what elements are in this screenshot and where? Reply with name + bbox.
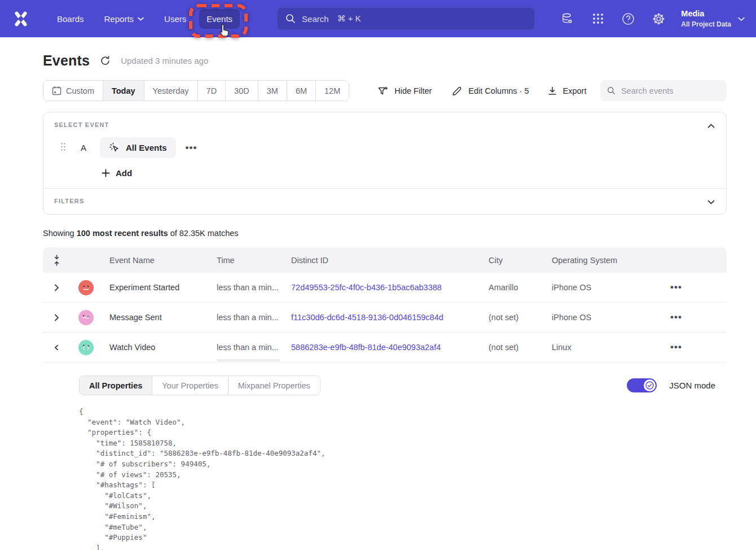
json-mode-label: JSON mode <box>669 381 715 390</box>
download-icon <box>547 86 557 96</box>
nav-item-events[interactable]: Events <box>199 9 240 29</box>
top-navbar: Boards Reports Users Events Search ⌘ + K <box>0 0 756 37</box>
column-scrollbar-thumb[interactable] <box>217 359 280 361</box>
refresh-icon[interactable] <box>100 55 111 66</box>
date-range-label: 12M <box>324 86 340 95</box>
hide-filter-button[interactable]: Hide Filter <box>377 85 432 96</box>
event-avatar <box>70 280 102 295</box>
column-header-os[interactable]: Operating System <box>544 256 662 265</box>
search-events-input[interactable] <box>621 86 720 95</box>
json-mode-toggle[interactable] <box>627 378 657 392</box>
chevron-down-icon[interactable] <box>738 14 745 24</box>
column-header-distinct-id[interactable]: Distinct ID <box>283 256 481 265</box>
nav-item-label: Boards <box>57 14 84 24</box>
export-button[interactable]: Export <box>547 86 587 96</box>
collapse-rows-icon[interactable] <box>43 255 70 266</box>
properties-tabs: All Properties Your Properties Mixpanel … <box>79 376 320 395</box>
drag-handle-icon[interactable] <box>60 142 67 154</box>
tab-all-properties[interactable]: All Properties <box>80 376 152 395</box>
row-more-button[interactable]: ••• <box>670 312 682 322</box>
pencil-icon <box>452 85 463 96</box>
date-range-3m[interactable]: 3M <box>258 81 287 101</box>
project-name: Media <box>681 8 731 20</box>
help-icon[interactable] <box>622 12 635 25</box>
expand-row-icon[interactable] <box>43 314 70 321</box>
date-range-6m[interactable]: 6M <box>287 81 316 101</box>
updated-timestamp: Updated 3 minutes ago <box>121 56 208 66</box>
plus-icon <box>102 169 110 177</box>
city-cell: (not set) <box>481 343 544 352</box>
mixpanel-logo-icon[interactable] <box>11 9 30 28</box>
column-header-event-name[interactable]: Event Name <box>102 256 209 265</box>
tab-mixpanel-properties[interactable]: Mixpanel Properties <box>228 376 320 395</box>
toolbar: Custom Today Yesterday 7D 30D 3M 6M 12M … <box>43 80 727 101</box>
date-range-today[interactable]: Today <box>103 81 144 101</box>
global-search-input[interactable]: Search ⌘ + K <box>277 7 535 30</box>
date-range-label: 7D <box>206 86 217 95</box>
select-event-section: SELECT EVENT A <box>43 112 726 188</box>
summary-suffix: of 82.35K matches <box>168 229 239 238</box>
date-range-12m[interactable]: 12M <box>316 81 349 101</box>
add-event-button[interactable]: Add <box>102 168 715 178</box>
collapse-row-icon[interactable] <box>43 345 70 350</box>
distinct-id-link[interactable]: f11c30d6-dc6d-4518-9136-0d046159c84d <box>291 313 443 322</box>
nav-item-reports[interactable]: Reports <box>97 9 152 29</box>
funnel-icon <box>377 85 389 96</box>
settings-icon[interactable] <box>652 12 665 25</box>
cursor-sparkle-icon <box>109 142 121 154</box>
expand-row-icon[interactable] <box>43 284 70 291</box>
distinct-id-link[interactable]: 72d49553-25fc-4f0c-b436-1b5ac6ab3388 <box>291 283 442 292</box>
time-cell: less than a min... <box>209 313 283 322</box>
page-header: Events Updated 3 minutes ago <box>43 53 727 69</box>
date-range-label: Yesterday <box>153 86 189 95</box>
date-range-label: 6M <box>296 86 307 95</box>
os-cell: iPhone OS <box>544 313 662 322</box>
column-header-city[interactable]: City <box>481 256 544 265</box>
search-shortcut-hint: ⌘ + K <box>337 14 361 24</box>
city-cell: (not set) <box>481 313 544 322</box>
event-json-viewer[interactable]: { "event": "Watch Video", "properties": … <box>79 407 715 550</box>
row-more-button[interactable]: ••• <box>670 282 682 293</box>
search-placeholder: Search <box>302 14 329 24</box>
table-row: Watch Video less than a min... 5886283e-… <box>43 333 727 363</box>
date-range-custom[interactable]: Custom <box>43 81 103 101</box>
project-selector[interactable]: Media All Project Data <box>681 8 731 29</box>
project-subtitle: All Project Data <box>681 20 731 29</box>
city-cell: Amarillo <box>481 283 544 292</box>
search-icon <box>285 14 296 24</box>
hide-filter-label: Hide Filter <box>394 86 432 95</box>
event-clause-row: A All Events ••• <box>54 137 715 158</box>
event-name-cell: Watch Video <box>102 343 209 352</box>
chevron-down-icon[interactable] <box>707 197 715 207</box>
clause-letter: A <box>81 143 89 152</box>
data-sources-icon[interactable] <box>561 12 574 25</box>
tab-your-properties[interactable]: Your Properties <box>152 376 228 395</box>
date-range-label: 30D <box>234 86 249 95</box>
check-icon <box>645 381 654 390</box>
nav-item-users[interactable]: Users <box>157 9 194 29</box>
table-header-row: Event Name Time Distinct ID City Operati… <box>43 247 727 273</box>
date-range-yesterday[interactable]: Yesterday <box>144 81 198 101</box>
distinct-id-link[interactable]: 5886283e-e9fb-48fb-81de-40e9093a2af4 <box>291 343 441 352</box>
date-range-7d[interactable]: 7D <box>198 81 226 101</box>
apps-grid-icon[interactable] <box>591 12 604 25</box>
column-header-time[interactable]: Time <box>209 256 283 265</box>
event-avatar <box>70 340 102 355</box>
time-cell: less than a min... <box>209 343 283 352</box>
date-range-control: Custom Today Yesterday 7D 30D 3M 6M 12M <box>43 80 349 101</box>
main-content: Events Updated 3 minutes ago Custom Toda… <box>0 53 756 550</box>
chevron-down-icon <box>138 17 144 21</box>
os-cell: iPhone OS <box>544 283 662 292</box>
date-range-30d[interactable]: 30D <box>226 81 258 101</box>
row-more-button[interactable]: ••• <box>670 342 682 352</box>
table-row: Message Sent less than a min... f11c30d6… <box>43 303 727 333</box>
filters-label: FILTERS <box>54 198 715 204</box>
event-more-button[interactable]: ••• <box>186 142 197 154</box>
event-selector-button[interactable]: All Events <box>100 137 176 158</box>
event-detail-panel: All Properties Your Properties Mixpanel … <box>43 363 727 550</box>
chevron-up-icon[interactable] <box>707 120 715 130</box>
edit-columns-button[interactable]: Edit Columns · 5 <box>452 85 529 96</box>
nav-item-label: Events <box>206 14 232 24</box>
search-events-field[interactable] <box>600 80 727 101</box>
nav-item-boards[interactable]: Boards <box>50 9 91 29</box>
